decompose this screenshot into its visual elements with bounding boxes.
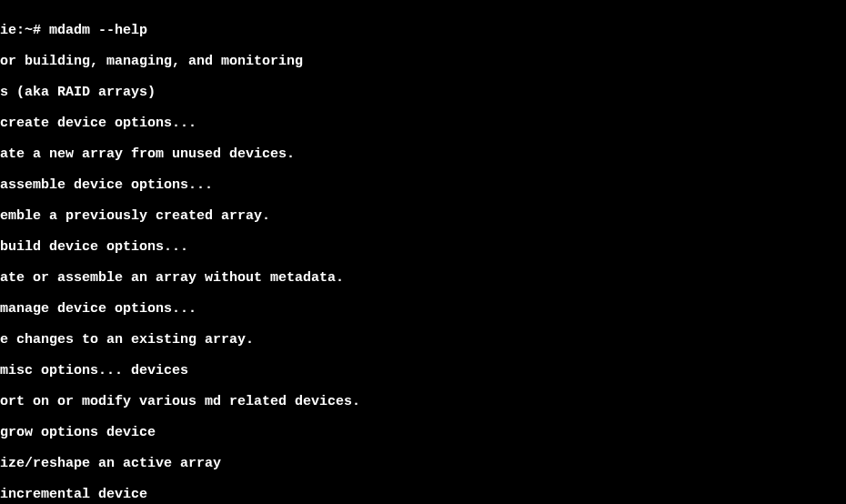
terminal-line: build device options... [0, 239, 846, 255]
terminal-line: ate a new array from unused devices. [0, 146, 846, 162]
terminal-line: ie:~# mdadm --help [0, 23, 846, 38]
terminal-line: assemble device options... [0, 177, 846, 193]
terminal-line: manage device options... [0, 301, 846, 317]
terminal-line: grow options device [0, 425, 846, 440]
terminal-line: ate or assemble an array without metadat… [0, 270, 846, 286]
terminal-line: misc options... devices [0, 363, 846, 378]
terminal-line: s (aka RAID arrays) [0, 85, 846, 100]
terminal-line: or building, managing, and monitoring [0, 54, 846, 69]
terminal-line: ize/reshape an active array [0, 456, 846, 471]
terminal-line: create device options... [0, 116, 846, 131]
terminal-line: incremental device [0, 487, 846, 502]
terminal-line: e changes to an existing array. [0, 332, 846, 348]
terminal-line: ort on or modify various md related devi… [0, 394, 846, 409]
terminal-output[interactable]: ie:~# mdadm --help or building, managing… [0, 7, 846, 504]
terminal-line: emble a previously created array. [0, 208, 846, 224]
